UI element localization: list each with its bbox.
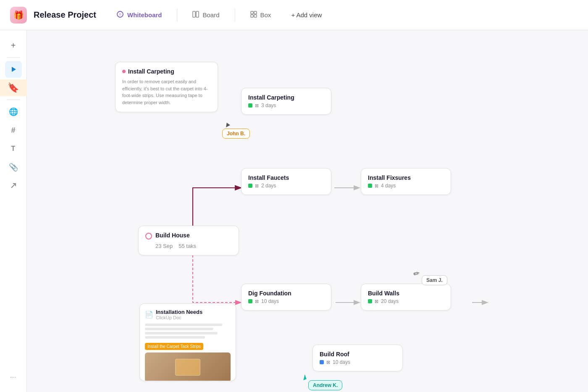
clock-icon-4: ⊠ xyxy=(255,299,259,304)
install-faucets-card[interactable]: Install Faucets ⊠ 2 days xyxy=(241,168,331,195)
build-roof-card[interactable]: Build Roof ⊠ 10 days xyxy=(312,345,403,371)
sidebar-add[interactable]: + xyxy=(5,37,22,54)
build-walls-card[interactable]: Build Walls ⊠ 20 days xyxy=(361,284,451,310)
nav-box[interactable]: Box xyxy=(244,8,278,23)
arrows-overlay xyxy=(27,30,588,392)
install-fixsures-card[interactable]: Install Fixsures ⊠ 4 days xyxy=(361,168,451,195)
pencil-cursor: ✏ xyxy=(412,268,420,279)
doc-title: Installation Needs xyxy=(156,309,202,315)
clock-icon-5: ⊠ xyxy=(375,299,378,304)
sidebar-hash[interactable]: # xyxy=(5,122,22,139)
clock-icon-3: ⊠ xyxy=(375,183,378,189)
sidebar-more[interactable]: ··· xyxy=(5,368,22,385)
svg-rect-4 xyxy=(251,11,253,14)
status-dot-green-1 xyxy=(248,103,252,108)
build-house-tasks: 55 taks xyxy=(178,243,196,249)
install-carpeting-expanded-card[interactable]: Install Carpeting In order to remove car… xyxy=(115,62,218,112)
teal-cursor xyxy=(302,374,307,380)
svg-rect-6 xyxy=(251,15,253,17)
svg-rect-5 xyxy=(254,11,257,14)
install-faucets-meta: ⊠ 2 days xyxy=(248,183,324,189)
doc-image xyxy=(145,353,231,381)
build-roof-days: 10 days xyxy=(333,359,350,365)
doc-subtitle: ClickUp Doc xyxy=(156,315,202,320)
install-carpeting-title: Install Carpeting xyxy=(248,94,324,101)
dig-foundation-days: 10 days xyxy=(261,298,279,304)
status-dot-green-3 xyxy=(368,184,372,188)
install-carpeting-expanded-title: Install Carpeting xyxy=(122,68,211,75)
doc-line-2 xyxy=(145,328,213,330)
add-view-button[interactable]: + Add view xyxy=(284,8,328,22)
sam-j-tooltip: Sam J. xyxy=(422,275,447,285)
doc-image-label: Install the Carpet Tack Strips xyxy=(145,343,203,350)
john-b-tooltip: John B. xyxy=(222,129,250,139)
build-house-card[interactable]: Build House 23 Sep 55 taks xyxy=(138,226,239,255)
install-carpeting-description: In order to remove carpet easily and eff… xyxy=(122,78,211,106)
svg-marker-8 xyxy=(12,67,16,72)
andrew-k-tooltip: Andrew K. xyxy=(308,380,342,390)
build-walls-meta: ⊠ 20 days xyxy=(368,298,444,304)
install-fixsures-title: Install Fixsures xyxy=(368,174,444,181)
whiteboard-icon xyxy=(116,11,124,20)
sidebar-text[interactable]: T xyxy=(5,140,22,157)
installation-needs-doc[interactable]: 📄 Installation Needs ClickUp Doc Install… xyxy=(139,303,236,381)
sidebar-arrow[interactable] xyxy=(5,177,22,194)
svg-point-1 xyxy=(119,13,121,16)
project-title: Release Project xyxy=(34,10,96,20)
canvas: Install Carpeting In order to remove car… xyxy=(27,30,588,392)
doc-line-3 xyxy=(145,332,218,334)
nav-divider-2 xyxy=(235,8,235,22)
clock-icon-1: ⊠ xyxy=(255,103,259,108)
board-label: Board xyxy=(202,11,219,18)
install-fixsures-meta: ⊠ 4 days xyxy=(368,183,444,189)
svg-rect-7 xyxy=(254,15,257,17)
install-faucets-title: Install Faucets xyxy=(248,174,324,181)
build-walls-title: Build Walls xyxy=(368,290,444,297)
nav-whiteboard[interactable]: Whiteboard xyxy=(110,7,169,23)
svg-rect-3 xyxy=(196,11,199,17)
build-walls-days: 20 days xyxy=(381,298,399,304)
build-house-status-circle xyxy=(145,233,152,239)
cursor-1 xyxy=(224,123,230,129)
svg-rect-2 xyxy=(193,11,195,17)
nav-divider-1 xyxy=(177,8,177,22)
status-dot-green-5 xyxy=(368,299,372,303)
sidebar: + 🔖 🌐 # T 📎 ··· xyxy=(0,30,27,392)
status-dot-green-4 xyxy=(248,299,252,303)
whiteboard-label: Whiteboard xyxy=(127,11,162,18)
sidebar-globe[interactable]: 🌐 xyxy=(5,103,22,120)
build-house-title: Build House xyxy=(155,232,190,239)
clock-icon-2: ⊠ xyxy=(255,183,259,189)
status-dot-blue xyxy=(320,360,324,364)
nav-board[interactable]: Board xyxy=(186,8,226,23)
sidebar-play[interactable] xyxy=(5,61,22,78)
header: 🎁 Release Project Whiteboard Board xyxy=(0,0,588,30)
install-carpeting-meta: ⊠ 3 days xyxy=(248,103,324,108)
status-dot-green-2 xyxy=(248,184,252,188)
doc-line-1 xyxy=(145,324,222,326)
add-view-label: + Add view xyxy=(291,11,322,18)
build-house-date: 23 Sep xyxy=(155,243,173,249)
doc-lines xyxy=(145,324,231,339)
box-label: Box xyxy=(260,11,271,18)
box-icon xyxy=(250,11,257,19)
sidebar-bookmark[interactable]: 🔖 xyxy=(0,79,27,96)
doc-title-row: 📄 Installation Needs ClickUp Doc xyxy=(145,309,231,320)
sidebar-divider-1 xyxy=(7,57,20,58)
build-roof-title: Build Roof xyxy=(320,351,396,358)
build-roof-meta: ⊠ 10 days xyxy=(320,359,396,365)
sidebar-clip[interactable]: 📎 xyxy=(5,159,22,176)
doc-line-4 xyxy=(145,336,205,339)
dig-foundation-card[interactable]: Dig Foundation ⊠ 10 days xyxy=(241,284,331,310)
board-icon xyxy=(192,11,199,19)
install-fixsures-days: 4 days xyxy=(381,183,396,189)
install-carpeting-card[interactable]: Install Carpeting ⊠ 3 days xyxy=(241,88,331,115)
doc-icon: 📄 xyxy=(145,310,153,318)
dig-foundation-meta: ⊠ 10 days xyxy=(248,298,324,304)
status-dot-pink xyxy=(122,70,126,73)
project-logo: 🎁 xyxy=(10,7,27,24)
install-carpeting-days: 3 days xyxy=(261,103,276,108)
install-faucets-days: 2 days xyxy=(261,183,276,189)
sidebar-divider-2 xyxy=(7,100,20,100)
clock-icon-6: ⊠ xyxy=(326,360,330,365)
